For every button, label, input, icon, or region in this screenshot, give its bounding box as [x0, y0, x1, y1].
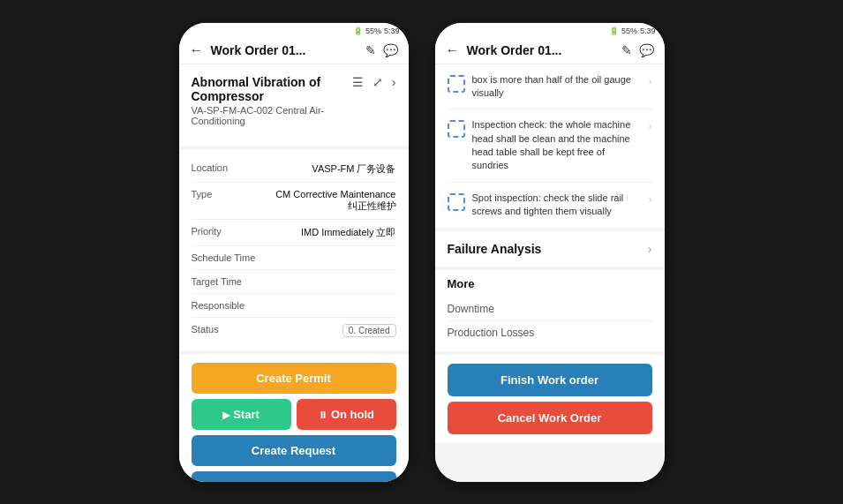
wo-title: Abnormal Vibration of Compressor — [192, 75, 352, 103]
start-label: Start — [233, 408, 260, 421]
inspection-arrow-1: › — [649, 120, 652, 132]
more-item-downtime[interactable]: Downtime — [448, 297, 652, 321]
back-button-1[interactable]: ← — [190, 42, 204, 58]
header-2: ← Work Order 01... ✎ 💬 — [435, 37, 665, 64]
field-value-type: CM Corrective Maintenance 纠正性维护 — [271, 189, 396, 213]
inspection-item-0[interactable]: box is more than half of the oil gauge v… — [448, 64, 652, 110]
check-icon-1 — [448, 120, 465, 138]
field-row-target: Target Time — [192, 270, 396, 294]
finish-work-order-button[interactable]: Finish Work order — [448, 364, 652, 396]
start-hold-row: Start On hold — [192, 399, 396, 430]
chat-icon-1[interactable]: 💬 — [383, 43, 398, 57]
time-2: 5:39 — [640, 26, 656, 35]
status-bar-2: 🔋 55% 5:39 — [435, 23, 665, 37]
fields-section: Location VASP-FM 厂务设备 Type CM Corrective… — [179, 149, 409, 350]
header-title-1: Work Order 01... — [211, 43, 358, 57]
field-row-location: Location VASP-FM 厂务设备 — [192, 156, 396, 183]
field-row-type: Type CM Corrective Maintenance 纠正性维护 — [192, 183, 396, 220]
cancel-work-order-button[interactable]: Cancel Work Order — [448, 402, 652, 434]
inspection-text-0: box is more than half of the oil gauge v… — [472, 73, 642, 101]
failure-analysis-title: Failure Analysis — [448, 242, 542, 256]
phone2-buttons: Finish Work order Cancel Work Order — [435, 355, 665, 443]
inspection-arrow-2: › — [649, 193, 652, 206]
header-icons-1: ✎ 💬 — [365, 43, 398, 57]
failure-analysis-section[interactable]: Failure Analysis › — [435, 231, 665, 267]
phone-1: 🔋 55% 5:39 ← Work Order 01... ✎ 💬 Abnorm… — [179, 23, 409, 482]
inspection-item-1[interactable]: Inspection check: the whole machine head… — [448, 109, 652, 183]
on-hold-button[interactable]: On hold — [297, 399, 396, 430]
back-button-2[interactable]: ← — [446, 42, 460, 58]
field-row-status: Status 0. Created — [192, 318, 396, 343]
pause-icon — [318, 408, 327, 421]
wo-actions-top: ☰ ⤢ › — [352, 75, 396, 89]
status-bar-icons-2: 🔋 55% 5:39 — [609, 26, 656, 35]
start-button[interactable]: Start — [192, 399, 291, 430]
create-followup-button[interactable]: Create Follow-up Work Order — [192, 471, 396, 482]
field-value-priority: IMD Immediately 立即 — [271, 226, 396, 239]
battery-icon-1: 🔋 — [353, 26, 363, 35]
field-label-location: Location — [192, 162, 271, 173]
battery-text-1: 55% — [365, 26, 381, 35]
battery-text-2: 55% — [621, 26, 637, 35]
edit-icon-2[interactable]: ✎ — [621, 43, 632, 57]
field-label-status: Status — [192, 324, 271, 335]
status-bar-icons-1: 🔋 55% 5:39 — [353, 26, 400, 35]
phones-container: 🔋 55% 5:39 ← Work Order 01... ✎ 💬 Abnorm… — [0, 0, 843, 504]
field-value-location: VASP-FM 厂务设备 — [271, 162, 396, 176]
field-label-type: Type — [192, 189, 271, 199]
check-icon-0 — [448, 75, 465, 93]
create-request-button[interactable]: Create Request — [192, 435, 396, 466]
phone-2: 🔋 55% 5:39 ← Work Order 01... ✎ 💬 box is… — [435, 23, 665, 482]
more-item-production[interactable]: Production Losses — [448, 321, 652, 344]
inspection-list: box is more than half of the oil gauge v… — [435, 64, 665, 228]
content-1: Abnormal Vibration of Compressor VA-SP-F… — [179, 64, 409, 482]
chat-icon-2[interactable]: 💬 — [639, 43, 654, 57]
battery-icon-2: 🔋 — [609, 26, 619, 35]
header-icons-2: ✎ 💬 — [621, 43, 654, 57]
field-row-responsible: Responsible — [192, 294, 396, 318]
more-title: More — [448, 277, 652, 290]
content-2: box is more than half of the oil gauge v… — [435, 64, 665, 482]
status-bar-1: 🔋 55% 5:39 — [179, 23, 409, 37]
field-label-schedule: Schedule Time — [192, 252, 271, 263]
field-row-priority: Priority IMD Immediately 立即 — [192, 220, 396, 246]
status-badge: 0. Created — [342, 324, 396, 337]
failure-analysis-arrow: › — [648, 242, 652, 256]
work-order-info: Abnormal Vibration of Compressor VA-SP-F… — [179, 64, 409, 146]
header-1: ← Work Order 01... ✎ 💬 — [179, 37, 409, 64]
list-icon[interactable]: ☰ — [352, 75, 364, 89]
header-title-2: Work Order 01... — [467, 43, 614, 57]
check-icon-2 — [448, 193, 465, 211]
create-permit-button[interactable]: Create Permit — [192, 363, 396, 394]
expand-icon[interactable]: ⤢ — [373, 75, 383, 89]
time-1: 5:39 — [384, 26, 400, 35]
edit-icon-1[interactable]: ✎ — [365, 43, 376, 57]
field-row-schedule: Schedule Time — [192, 246, 396, 270]
field-label-responsible: Responsible — [192, 300, 271, 311]
more-section: More Downtime Production Losses — [435, 270, 665, 351]
wo-subtitle: VA-SP-FM-AC-002 Central Air-Conditioning — [192, 105, 352, 126]
play-icon — [222, 408, 230, 421]
inspection-item-2[interactable]: Spot inspection: check the slide rail sc… — [448, 183, 652, 228]
buttons-section-1: Create Permit Start On hold Create Reque… — [179, 354, 409, 482]
inspection-text-2: Spot inspection: check the slide rail sc… — [472, 192, 642, 219]
inspection-arrow-0: › — [649, 75, 652, 87]
inspection-text-1: Inspection check: the whole machine head… — [472, 118, 642, 173]
on-hold-label: On hold — [331, 408, 374, 421]
arrow-icon[interactable]: › — [392, 75, 396, 89]
field-label-target: Target Time — [192, 276, 271, 287]
field-label-priority: Priority — [192, 226, 271, 237]
